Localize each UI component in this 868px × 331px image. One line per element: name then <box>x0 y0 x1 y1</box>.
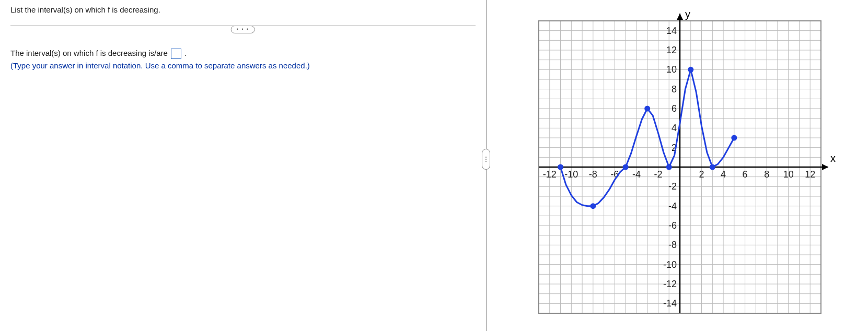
svg-text:4: 4 <box>721 169 726 180</box>
svg-text:-2: -2 <box>668 181 677 192</box>
svg-point-95 <box>644 106 650 112</box>
svg-text:-4: -4 <box>668 201 677 211</box>
svg-text:2: 2 <box>699 169 704 180</box>
svg-text:-8: -8 <box>589 169 597 180</box>
svg-text:-8: -8 <box>668 240 677 250</box>
svg-text:10: 10 <box>783 169 794 180</box>
svg-text:-14: -14 <box>663 298 677 309</box>
section-divider: • • • <box>10 26 476 34</box>
svg-text:y: y <box>685 8 690 20</box>
svg-text:-4: -4 <box>632 169 641 180</box>
answer-prefix: The interval(s) on which f is decreasing… <box>10 49 170 57</box>
svg-point-93 <box>590 203 596 209</box>
svg-text:14: 14 <box>666 26 677 36</box>
svg-point-96 <box>666 164 672 170</box>
answer-line: The interval(s) on which f is decreasing… <box>10 49 476 59</box>
svg-text:12: 12 <box>805 169 815 180</box>
svg-text:x: x <box>830 152 836 164</box>
chart: xy-12-10-8-6-4-224681012-14-12-10-8-6-4-… <box>513 5 842 330</box>
svg-point-98 <box>710 164 715 170</box>
graph-pane: xy-12-10-8-6-4-224681012-14-12-10-8-6-4-… <box>487 0 868 331</box>
answer-hint: (Type your answer in interval notation. … <box>10 61 476 70</box>
chart-svg: xy-12-10-8-6-4-224681012-14-12-10-8-6-4-… <box>513 5 842 329</box>
svg-text:8: 8 <box>672 84 677 94</box>
svg-text:-6: -6 <box>668 220 677 231</box>
svg-point-92 <box>558 164 563 170</box>
svg-text:-12: -12 <box>663 279 677 289</box>
svg-text:8: 8 <box>764 169 769 180</box>
svg-marker-63 <box>677 14 683 20</box>
svg-point-94 <box>623 164 629 170</box>
question-pane: List the interval(s) on which f is decre… <box>0 0 486 331</box>
svg-text:-2: -2 <box>654 169 662 180</box>
answer-suffix: . <box>184 49 187 57</box>
svg-text:-12: -12 <box>543 169 557 180</box>
svg-text:6: 6 <box>672 103 677 114</box>
question-prompt: List the interval(s) on which f is decre… <box>10 5 476 14</box>
svg-text:4: 4 <box>672 123 677 133</box>
svg-point-99 <box>731 135 737 141</box>
svg-text:6: 6 <box>743 169 748 180</box>
svg-text:12: 12 <box>666 45 677 55</box>
svg-text:-10: -10 <box>564 169 578 180</box>
expand-pill[interactable]: • • • <box>231 26 255 33</box>
svg-text:10: 10 <box>666 64 677 75</box>
answer-input[interactable] <box>171 49 181 59</box>
svg-text:-10: -10 <box>663 259 677 270</box>
svg-marker-62 <box>822 164 828 170</box>
svg-point-97 <box>688 67 693 73</box>
